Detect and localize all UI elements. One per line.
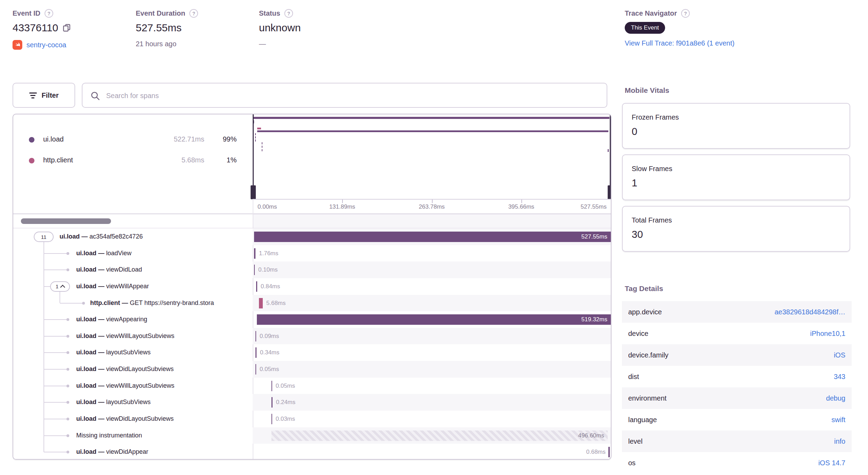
tree-connector <box>44 319 68 320</box>
span-tree-row[interactable]: http.client — GET https://sentry-brand.s… <box>13 295 611 312</box>
status-sub: — <box>259 40 266 48</box>
span-tree-row[interactable]: 1 ui.load — viewWillAppear 0.84ms <box>13 278 611 295</box>
span-bar[interactable] <box>254 248 255 259</box>
span-duration: 0.03ms <box>276 411 295 427</box>
op-duration: 5.68ms <box>181 156 204 164</box>
span-tree-row[interactable]: Missing instrumentation 496.60ms <box>13 427 611 444</box>
status-label: Status <box>259 9 280 17</box>
copy-icon[interactable] <box>63 24 71 32</box>
tree-dot <box>66 385 69 387</box>
tag-row: device iPhone10,1 <box>622 323 852 344</box>
tag-value-link[interactable]: iPhone10,1 <box>810 323 845 344</box>
op-legend: ui.load 522.71ms 99% http.client 5.68ms … <box>13 114 253 199</box>
minimap-left-handle[interactable] <box>253 114 254 187</box>
legend-item[interactable]: ui.load 522.71ms 99% <box>13 134 253 146</box>
tree-connector <box>44 352 68 353</box>
tree-dot <box>66 268 69 271</box>
event-duration-label: Event Duration <box>136 9 185 17</box>
span-bar[interactable] <box>255 331 256 341</box>
span-tree-row[interactable]: ui.load — viewDidAppear 0.68ms <box>13 444 611 460</box>
horizontal-scrollbar[interactable] <box>21 218 111 224</box>
span-bar[interactable] <box>254 232 611 242</box>
span-duration: 0.68ms <box>586 444 606 460</box>
span-tree-row[interactable]: 11 ui.load — ac354af5e82c4726 527.55ms <box>13 228 611 245</box>
tag-key: app.device <box>628 301 662 323</box>
tag-value-link[interactable]: ae3829618d484298f… <box>774 301 845 323</box>
tree-dot <box>66 401 69 404</box>
tag-key: dist <box>628 366 639 387</box>
span-tree-row[interactable]: ui.load — loadView 1.76ms <box>13 245 611 262</box>
span-tree-row[interactable]: ui.load — layoutSubViews 0.24ms <box>13 394 611 411</box>
trace-navigator-label: Trace Navigator <box>625 9 677 17</box>
tag-details-title: Tag Details <box>625 284 663 293</box>
project-link[interactable]: sentry-cocoa <box>26 41 66 49</box>
span-tree: 11 ui.load — ac354af5e82c4726 527.55ms u… <box>13 228 611 460</box>
tree-scrollbar-row <box>13 214 611 228</box>
tree-connector <box>44 402 68 403</box>
span-bar[interactable] <box>271 430 608 441</box>
span-tree-row[interactable]: ui.load — viewDidLoad 0.10ms <box>13 261 611 278</box>
tag-value-link[interactable]: 343 <box>834 366 845 387</box>
span-count-badge[interactable]: 1 <box>50 281 70 292</box>
tag-value-link[interactable]: iOS 14.7 <box>818 452 845 474</box>
span-tree-row[interactable]: ui.load — viewDidLayoutSubviews 0.05ms <box>13 361 611 378</box>
help-icon[interactable]: ? <box>189 9 198 18</box>
tag-value-link[interactable]: swift <box>831 409 845 430</box>
span-bar[interactable] <box>271 381 272 391</box>
help-icon[interactable]: ? <box>681 9 690 18</box>
mobile-vitals-title: Mobile Vitals <box>625 86 669 95</box>
filter-button-label: Filter <box>42 91 59 99</box>
span-bar[interactable] <box>259 298 263 308</box>
span-bar[interactable] <box>257 314 611 325</box>
span-count-badge[interactable]: 11 <box>34 232 54 242</box>
view-full-trace-link[interactable]: View Full Trace: f901a8e6 (1 event) <box>625 39 734 47</box>
tree-dot <box>66 318 69 321</box>
tree-dot <box>66 368 69 371</box>
span-bar[interactable] <box>271 397 273 408</box>
tree-connector <box>44 419 68 419</box>
event-id-label-row: Event ID ? <box>13 9 71 18</box>
minimap-span-mark <box>608 149 609 152</box>
span-duration: 0.10ms <box>258 261 278 278</box>
filter-button[interactable]: Filter <box>13 83 75 108</box>
span-tree-row[interactable]: ui.load — layoutSubViews 0.34ms <box>13 344 611 361</box>
span-duration: 5.68ms <box>266 295 286 312</box>
minimap-http-span <box>257 128 261 129</box>
vital-label: Total Frames <box>632 216 672 224</box>
time-ruler: 0.00ms 131.89ms 263.78ms 395.66ms 527.55… <box>253 199 611 214</box>
op-color-dot <box>29 137 34 143</box>
tag-key: device <box>628 323 648 344</box>
swift-platform-icon <box>13 40 22 50</box>
span-bar[interactable] <box>608 447 610 457</box>
span-duration: 1.76ms <box>259 245 278 262</box>
search-input[interactable] <box>105 83 601 108</box>
span-bar[interactable] <box>256 281 257 292</box>
span-tree-row[interactable]: ui.load — viewDidLayoutSubviews 0.03ms <box>13 411 611 427</box>
tag-value-link[interactable]: info <box>834 430 845 452</box>
minimap-root-span <box>253 117 609 119</box>
event-duration-value: 527.55ms <box>136 22 182 34</box>
help-icon[interactable]: ? <box>284 9 293 18</box>
tag-row: app.device ae3829618d484298f… <box>622 301 852 323</box>
span-bar[interactable] <box>255 347 257 358</box>
ruler-tick-label: 0.00ms <box>258 203 277 210</box>
span-tree-row[interactable]: ui.load — viewWillLayoutSubviews 0.09ms <box>13 328 611 345</box>
trace-minimap[interactable] <box>253 114 611 199</box>
legend-item[interactable]: http.client 5.68ms 1% <box>13 155 253 167</box>
help-icon[interactable]: ? <box>45 9 53 18</box>
op-color-dot <box>29 158 34 163</box>
tag-row: device.family iOS <box>622 344 852 366</box>
tag-value-link[interactable]: iOS <box>834 344 845 366</box>
span-bar[interactable] <box>271 414 272 424</box>
span-tree-row[interactable]: ui.load — viewAppearing 519.32ms <box>13 311 611 328</box>
minimap-appearing-span <box>257 130 608 132</box>
vital-value: 0 <box>632 126 637 137</box>
minimap-right-handle[interactable] <box>610 114 611 187</box>
tree-dot <box>66 418 69 420</box>
tag-value-link[interactable]: debug <box>826 387 845 409</box>
span-bar[interactable] <box>255 364 256 375</box>
status-block: Status ? unknown — <box>259 9 301 48</box>
span-bar[interactable] <box>254 265 255 275</box>
span-tree-row[interactable]: ui.load — viewWillLayoutSubviews 0.05ms <box>13 378 611 394</box>
event-id-label: Event ID <box>13 9 40 17</box>
